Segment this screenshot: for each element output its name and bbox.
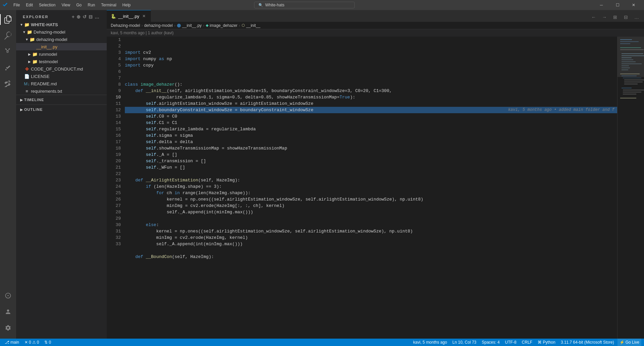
- breadcrumb-item-sub[interactable]: dehazing-model: [144, 23, 172, 28]
- extensions-activity-icon[interactable]: [0, 76, 16, 92]
- code-line[interactable]: self._WFun = []: [125, 164, 617, 171]
- tab-init-py[interactable]: 🐍 __init__.py ✕: [107, 10, 151, 22]
- code-line[interactable]: [125, 69, 617, 75]
- maximize-button[interactable]: ☐: [610, 0, 625, 10]
- code-line[interactable]: [125, 75, 617, 81]
- outline-header[interactable]: ▶ OUTLINE: [16, 106, 107, 113]
- menu-go[interactable]: Go: [73, 2, 84, 8]
- sidebar-item-requirements[interactable]: ≡ requirements.txt: [16, 87, 107, 95]
- sidebar-item-readme[interactable]: M↓ README.md: [16, 80, 107, 87]
- line-number: 7: [107, 75, 121, 81]
- run-debug-activity-icon[interactable]: [0, 60, 16, 76]
- code-line[interactable]: self.delta = delta: [125, 139, 617, 145]
- code-line[interactable]: self._A.append(int(minImg.max())): [125, 209, 617, 215]
- eol-status[interactable]: CRLF: [520, 339, 534, 346]
- code-line[interactable]: import numpy as np: [125, 56, 617, 62]
- remote-activity-icon[interactable]: [0, 288, 16, 304]
- menu-run[interactable]: Run: [85, 2, 98, 8]
- spaces-status[interactable]: Spaces: 4: [480, 339, 501, 346]
- code-line[interactable]: [125, 171, 617, 177]
- code-content[interactable]: import cv2import numpy as npimport copy …: [123, 37, 617, 339]
- code-line[interactable]: self.C1 = C1: [125, 120, 617, 126]
- breadcrumb-item-root[interactable]: Dehazing-model: [111, 23, 140, 28]
- code-line[interactable]: self.C0 = C0: [125, 113, 617, 120]
- menu-help[interactable]: Help: [120, 2, 134, 8]
- refresh-icon[interactable]: ↺: [83, 14, 87, 19]
- code-line[interactable]: [125, 215, 617, 222]
- new-file-icon[interactable]: +: [72, 14, 75, 19]
- code-line[interactable]: self.boundaryConstraint_windowSze = boun…: [125, 107, 617, 113]
- encoding-status[interactable]: UTF-8: [503, 339, 518, 346]
- breadcrumb-item-class[interactable]: image_dehazer: [210, 23, 238, 28]
- close-button[interactable]: ✕: [626, 0, 641, 10]
- code-line[interactable]: kernel = np.ones((self.airlightEstimatio…: [125, 228, 617, 234]
- sidebar-item-workspace[interactable]: ▼ 📁 WHITE-HATS: [16, 21, 107, 28]
- code-editor[interactable]: 1234567891011121314151617181920212223242…: [107, 37, 617, 339]
- sidebar-item-testmodel[interactable]: ▶ 📁 testmodel: [16, 58, 107, 65]
- breadcrumb-item-function[interactable]: __init__: [246, 23, 260, 28]
- sync-label: 0: [49, 340, 51, 345]
- search-activity-icon[interactable]: [0, 28, 16, 44]
- minimize-button[interactable]: ─: [594, 0, 609, 10]
- code-line[interactable]: if (len(HazeImg.shape) == 3):: [125, 183, 617, 190]
- menu-selection[interactable]: Selection: [36, 2, 58, 8]
- code-line[interactable]: import copy: [125, 62, 617, 69]
- version-status[interactable]: 3.11.7 64-bit (Microsoft Store): [559, 339, 616, 346]
- menu-file[interactable]: File: [11, 2, 22, 8]
- errors-status[interactable]: ✕ 0 ⚠ 0: [22, 339, 41, 346]
- go-back-button[interactable]: ←: [589, 12, 598, 22]
- settings-activity-icon[interactable]: [0, 320, 16, 336]
- code-line[interactable]: else:: [125, 222, 617, 228]
- more-actions-tab-button[interactable]: …: [632, 12, 641, 22]
- code-line[interactable]: kernel = np.ones((self.airlightEstimatio…: [125, 196, 617, 203]
- ln-col-status[interactable]: Ln 10, Col 73: [450, 339, 478, 346]
- sidebar-item-license[interactable]: 📄 LICENSE: [16, 73, 107, 80]
- minimap-slider[interactable]: [617, 37, 644, 77]
- chevron-down-icon: ▼: [24, 37, 30, 42]
- sidebar-item-init-py[interactable]: __init__.py: [16, 43, 107, 50]
- sync-status[interactable]: ⇅ 0: [42, 339, 53, 346]
- menu-terminal[interactable]: Terminal: [98, 2, 119, 8]
- tab-close-button[interactable]: ✕: [141, 13, 147, 19]
- explorer-activity-icon[interactable]: [0, 11, 16, 28]
- toggle-panel-button[interactable]: ⊞: [610, 12, 620, 22]
- code-line[interactable]: def __init__(self, airlightEstimation_wi…: [125, 88, 617, 94]
- svg-rect-21: [624, 84, 638, 84]
- code-line[interactable]: for ch in range(len(HazeImg.shape)):: [125, 190, 617, 196]
- code-line[interactable]: self.sigma = sigma: [125, 132, 617, 139]
- new-folder-icon[interactable]: ⊕: [77, 14, 81, 19]
- title-search-bar[interactable]: 🔍 White-hats: [254, 2, 355, 8]
- sidebar-item-runmodel[interactable]: ▶ 📁 runmodel: [16, 50, 107, 58]
- code-line[interactable]: self._A = []: [125, 152, 617, 158]
- code-line[interactable]: minImg = cv2.erode(HazeImg[:, :, ch], ke…: [125, 203, 617, 209]
- code-line[interactable]: minImg = cv2.erode(HazeImg, kernel): [125, 234, 617, 241]
- code-line[interactable]: def __BoundCon(self, HazeImg):: [125, 254, 617, 260]
- source-control-activity-icon[interactable]: [0, 44, 16, 60]
- sidebar-item-dehazing-model-sub[interactable]: ▼ 📁 dehazing-model: [16, 36, 107, 43]
- timeline-header[interactable]: ▶ TIMELINE: [16, 96, 107, 103]
- git-branch-status[interactable]: ⎇ main: [3, 339, 21, 346]
- code-line[interactable]: self._transmission = []: [125, 158, 617, 164]
- split-editor-button[interactable]: ⊟: [621, 12, 631, 22]
- account-activity-icon[interactable]: [0, 304, 16, 320]
- code-line[interactable]: import cv2: [125, 49, 617, 56]
- menu-view[interactable]: View: [59, 2, 73, 8]
- menu-edit[interactable]: Edit: [23, 2, 36, 8]
- code-line[interactable]: self.regularize_lambda = regularize_lamb…: [125, 126, 617, 132]
- blame-status-item[interactable]: kavi, 5 months ago: [411, 339, 449, 346]
- language-status[interactable]: ⌘ Python: [536, 339, 557, 346]
- code-line[interactable]: class image_dehazer():: [125, 81, 617, 88]
- code-line[interactable]: self.showHazeTransmissionMap = showHazeT…: [125, 145, 617, 152]
- code-line[interactable]: self.airlightEstimation_windowSze = airl…: [125, 100, 617, 107]
- go-live-status[interactable]: ⚡ Go Live: [617, 339, 641, 346]
- code-line[interactable]: regularize_lambda=0.1, sigma=0.5, delta=…: [125, 94, 617, 100]
- collapse-icon[interactable]: ⊟: [89, 14, 93, 19]
- sidebar-item-dehazing-model-root[interactable]: ▼ 📁 Dehazing-model: [16, 28, 107, 36]
- go-forward-button[interactable]: →: [600, 12, 609, 22]
- more-actions-icon[interactable]: …: [95, 14, 100, 19]
- code-line[interactable]: self._A.append(int(minImg.max())): [125, 241, 617, 247]
- code-line[interactable]: def __AirlightEstimation(self, HazeImg):: [125, 177, 617, 183]
- code-line[interactable]: [125, 247, 617, 254]
- breadcrumb-item-file[interactable]: __init__.py: [182, 23, 202, 28]
- sidebar-item-code-of-conduct[interactable]: ✤ CODE_OF_CONDUCT.md: [16, 65, 107, 73]
